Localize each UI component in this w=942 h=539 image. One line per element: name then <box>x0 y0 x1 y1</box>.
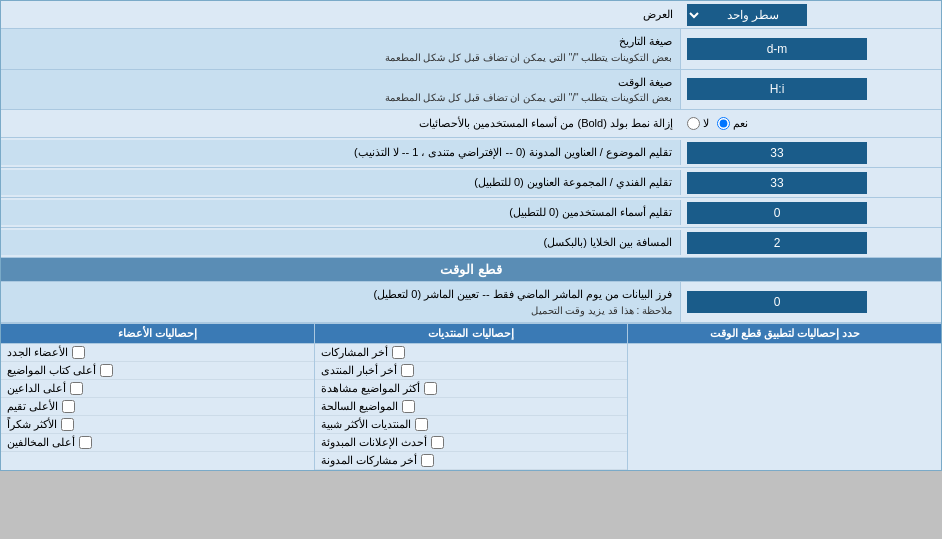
stats-section: حدد إحصاليات لتطبيق قطع الوقت إحصاليات ا… <box>1 323 941 470</box>
posts-item-4: المواضيع السالحة <box>315 398 628 416</box>
members-item-3: أعلى الداعين <box>1 380 314 398</box>
members-item-2-label: أعلى كتاب المواضيع <box>7 364 96 377</box>
posts-item-3-label: أكثر المواضيع مشاهدة <box>321 382 420 395</box>
cell-distance-row: المسافة بين الخلايا (بالبكسل) <box>1 228 941 258</box>
members-item-1: الأعضاء الجدد <box>1 344 314 362</box>
posts-item-4-label: المواضيع السالحة <box>321 400 398 413</box>
topics-limit-row: تقليم الموضوع / العناوين المدونة (0 -- ا… <box>1 138 941 168</box>
display-row: العرض سطر واحد <box>1 1 941 29</box>
date-format-input-area <box>681 36 941 62</box>
date-format-row: صيغة التاريخ بعض التكوينات يتطلب "/" الت… <box>1 29 941 70</box>
time-format-row: صيغة الوقت بعض التكوينات يتطلب "/" التي … <box>1 70 941 111</box>
time-cut-input-area <box>681 289 941 315</box>
cell-distance-label: المسافة بين الخلايا (بالبكسل) <box>1 230 681 255</box>
radio-yes-option: نعم <box>717 117 748 130</box>
date-format-label: صيغة التاريخ بعض التكوينات يتطلب "/" الت… <box>1 29 681 69</box>
posts-item-5: المنتديات الأكثر شبية <box>315 416 628 434</box>
single-line-select[interactable]: سطر واحد <box>687 4 807 26</box>
members-item-4: الأعلى تقيم <box>1 398 314 416</box>
posts-stats-header: إحصاليات المنتديات <box>315 324 628 344</box>
members-item-4-label: الأعلى تقيم <box>7 400 58 413</box>
members-stats-header: إحصاليات الأعضاء <box>1 324 314 344</box>
forum-limit-label: تقليم الفندي / المجموعة العناوين (0 للتط… <box>1 170 681 195</box>
bold-remove-radio-area: نعم لا <box>681 115 941 132</box>
topics-limit-label: تقليم الموضوع / العناوين المدونة (0 -- ا… <box>1 140 681 165</box>
radio-no-option: لا <box>687 117 709 130</box>
posts-item-3: أكثر المواضيع مشاهدة <box>315 380 628 398</box>
posts-item-2-checkbox[interactable] <box>401 364 414 377</box>
main-container: العرض سطر واحد صيغة التاريخ بعض التكوينا… <box>0 0 942 471</box>
posts-item-6: أحدث الإعلانات المبدوئة <box>315 434 628 452</box>
members-item-3-checkbox[interactable] <box>70 382 83 395</box>
single-line-area: سطر واحد <box>681 2 941 28</box>
members-item-5: الأكثر شكراً <box>1 416 314 434</box>
members-item-3-label: أعلى الداعين <box>7 382 66 395</box>
time-cut-label: فرز البيانات من يوم الماشر الماضي فقط --… <box>1 282 681 322</box>
members-item-2-checkbox[interactable] <box>100 364 113 377</box>
posts-item-2: أخر أخبار المنتدى <box>315 362 628 380</box>
posts-item-7-label: أخر مشاركات المدونة <box>321 454 417 467</box>
usernames-limit-input[interactable] <box>687 202 867 224</box>
members-item-4-checkbox[interactable] <box>62 400 75 413</box>
members-stats-col: إحصاليات الأعضاء الأعضاء الجدد أعلى كتاب… <box>1 324 314 470</box>
date-format-input[interactable] <box>687 38 867 60</box>
posts-item-1: أخر المشاركات <box>315 344 628 362</box>
members-item-6-label: أعلى المخالفين <box>7 436 75 449</box>
stats-apply-col: حدد إحصاليات لتطبيق قطع الوقت <box>627 324 941 470</box>
posts-item-6-checkbox[interactable] <box>431 436 444 449</box>
forum-limit-input[interactable] <box>687 172 867 194</box>
radio-yes-label: نعم <box>733 117 748 130</box>
radio-yes[interactable] <box>717 117 730 130</box>
usernames-limit-row: تقليم أسماء المستخدمين (0 للتطبيل) <box>1 198 941 228</box>
posts-item-5-checkbox[interactable] <box>415 418 428 431</box>
topics-limit-input-area <box>681 140 941 166</box>
members-item-5-checkbox[interactable] <box>61 418 74 431</box>
time-cut-row: فرز البيانات من يوم الماشر الماضي فقط --… <box>1 282 941 323</box>
posts-item-3-checkbox[interactable] <box>424 382 437 395</box>
forum-limit-row: تقليم الفندي / المجموعة العناوين (0 للتط… <box>1 168 941 198</box>
radio-no[interactable] <box>687 117 700 130</box>
members-item-1-checkbox[interactable] <box>72 346 85 359</box>
stats-apply-header: حدد إحصاليات لتطبيق قطع الوقت <box>628 324 941 344</box>
members-item-1-label: الأعضاء الجدد <box>7 346 68 359</box>
time-format-input-area <box>681 76 941 102</box>
forum-limit-input-area <box>681 170 941 196</box>
cell-distance-input[interactable] <box>687 232 867 254</box>
radio-no-label: لا <box>703 117 709 130</box>
time-cut-header: قطع الوقت <box>1 258 941 282</box>
posts-item-2-label: أخر أخبار المنتدى <box>321 364 397 377</box>
posts-item-1-label: أخر المشاركات <box>321 346 388 359</box>
posts-item-7-checkbox[interactable] <box>421 454 434 467</box>
members-item-6: أعلى المخالفين <box>1 434 314 452</box>
topics-limit-input[interactable] <box>687 142 867 164</box>
posts-item-7: أخر مشاركات المدونة <box>315 452 628 470</box>
usernames-limit-input-area <box>681 200 941 226</box>
time-format-input[interactable] <box>687 78 867 100</box>
display-label: العرض <box>1 4 681 25</box>
posts-item-4-checkbox[interactable] <box>402 400 415 413</box>
posts-item-6-label: أحدث الإعلانات المبدوئة <box>321 436 427 449</box>
members-item-2: أعلى كتاب المواضيع <box>1 362 314 380</box>
posts-stats-col: إحصاليات المنتديات أخر المشاركات أخر أخب… <box>314 324 628 470</box>
posts-item-1-checkbox[interactable] <box>392 346 405 359</box>
cell-distance-input-area <box>681 230 941 256</box>
usernames-limit-label: تقليم أسماء المستخدمين (0 للتطبيل) <box>1 200 681 225</box>
members-item-6-checkbox[interactable] <box>79 436 92 449</box>
posts-item-5-label: المنتديات الأكثر شبية <box>321 418 411 431</box>
time-cut-input[interactable] <box>687 291 867 313</box>
members-item-5-label: الأكثر شكراً <box>7 418 57 431</box>
bold-remove-label: إزالة نمط بولد (Bold) من أسماء المستخدمي… <box>1 113 681 134</box>
time-format-label: صيغة الوقت بعض التكوينات يتطلب "/" التي … <box>1 70 681 110</box>
bold-remove-row: إزالة نمط بولد (Bold) من أسماء المستخدمي… <box>1 110 941 138</box>
